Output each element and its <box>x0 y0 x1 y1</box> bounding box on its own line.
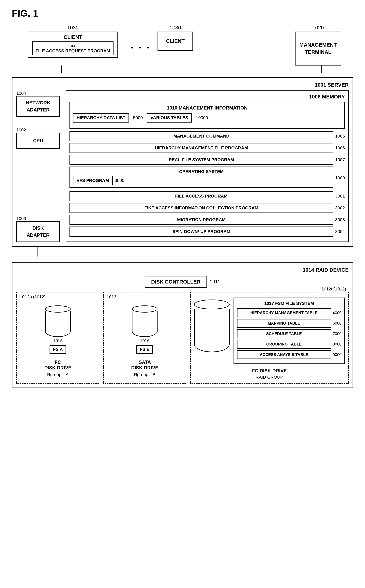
client1-inner-ref: 1031 <box>69 44 77 48</box>
mgmt-terminal-ref: 1020 <box>312 25 324 31</box>
fsm-group-name: RAID GROUP <box>194 375 345 380</box>
group-a-block: 1012b (1012) 1015 FS A FC DISK DRIVE Rgr… <box>16 292 99 384</box>
mgmt-terminal-label: MANAGEMENT TERMINAL <box>300 41 337 56</box>
raid-block: 1014 RAID DEVICE DISK CONTROLLER 1011 10… <box>12 263 353 388</box>
disk-adapter-ref: 1003 <box>16 216 26 221</box>
mgmt-info-label: 1010 MANAGEMENT INFORMATION <box>73 105 342 111</box>
prog-ref-1: 1006 <box>335 145 345 151</box>
memory-block: 1008 MEMORY 1010 MANAGEMENT INFORMATION … <box>66 90 349 242</box>
network-adapter-box: NETWORK ADAPTER <box>16 96 60 117</box>
server-block: 1001 SERVER 1004 NETWORK ADAPTER 1002 CP… <box>12 77 353 247</box>
lower-prog-box-3: SPIN-DOWN/-UP PROGRAM <box>70 227 333 237</box>
group-a-ref: 1012b (1012) <box>20 294 46 299</box>
client1-inner: 1031 FILE ACCESS REQUEST PROGRAM <box>32 42 113 55</box>
fsm-table-row-0: HIERARCHY MANAGEMENT TABLE 4000 <box>237 308 342 317</box>
disk-b-cylinder: 1016 FS B <box>107 305 182 353</box>
line-mgmt-server <box>321 66 322 73</box>
fsm-table-0: HIERARCHY MANAGEMENT TABLE <box>237 308 331 317</box>
fsm-table-row-4: ACCESS ANAYSIS TABLE 9000 <box>237 350 342 359</box>
fsm-ref-0: 4000 <box>333 311 342 315</box>
client1-ref: 1030 <box>67 25 78 31</box>
prog-row-0: MANAGEMENT COMMAND 1005 <box>70 131 345 141</box>
cylinder-body-a <box>45 311 71 337</box>
hierarchy-data-ref: 5000 <box>133 115 143 120</box>
fsm-group-block: 1012a(1012) 1017 FSM FILE SYSTEM <box>190 292 349 384</box>
fsm-table-row-1: MAPPING TABLE 6000 <box>237 319 342 328</box>
group-b-drive-type: SATA DISK DRIVE <box>107 360 182 371</box>
lower-prog-row-1: FIKE ACCESS INFORMATION COLLECTION PROGR… <box>70 203 345 213</box>
hline-top <box>61 73 105 73</box>
disk-controller-box: DISK CONTROLLER <box>145 276 207 288</box>
fsm-table-4: ACCESS ANAYSIS TABLE <box>237 350 331 359</box>
fsm-table-row-2: SCHEDULE TABLE 7000 <box>237 329 342 338</box>
mgmt-info-block: 1010 MANAGEMENT INFORMATION HIERARCHY DA… <box>70 102 345 129</box>
prog-box-0: MANAGEMENT COMMAND <box>70 131 333 141</box>
fsm-table-2: SCHEDULE TABLE <box>237 329 331 338</box>
disk-controller-ref: 1011 <box>210 279 220 284</box>
hierarchy-data-list-box: HIERARCHY DATA LIST <box>73 113 129 123</box>
cylinder-top-a <box>45 305 71 312</box>
fsm-file-system-block: 1017 FSM FILE SYSTEM HIERARCHY MANAGEMEN… <box>233 297 345 364</box>
group-b-ref: 1013 <box>107 294 116 299</box>
various-tables-ref: 10000 <box>196 115 208 120</box>
os-block: OPERATING SYSTEM VFS PROGRAM 3000 <box>70 166 333 188</box>
memory-label: 1008 MEMORY <box>70 94 345 100</box>
lower-prog-ref-2: 3003 <box>335 217 345 222</box>
fs-a-box: FS A <box>49 345 66 353</box>
client1-inner-label: FILE ACCESS REQUEST PROGRAM <box>35 48 110 54</box>
group-b-block: 1013 1016 FS B SATA DISK DRIVE Rgroup－B <box>103 292 186 384</box>
server-label: 1001 SERVER <box>16 82 349 88</box>
fs-b-box: FS B <box>136 345 153 353</box>
fsm-table-3: GROUPING TABLE <box>237 340 331 349</box>
disk-controller-row: DISK CONTROLLER 1011 <box>16 276 349 288</box>
lower-prog-ref-0: 3001 <box>335 194 345 199</box>
group-a-drive-type: FC DISK DRIVE <box>20 360 96 371</box>
prog-box-2: REAL FILE SYSTEM PROGRAM <box>70 155 333 165</box>
lower-prog-box-1: FIKE ACCESS INFORMATION COLLECTION PROGR… <box>70 203 333 213</box>
fsm-cylinder-top <box>194 299 230 309</box>
lower-prog-box-0: FILE ACCESS PROGRAM <box>70 191 333 201</box>
cpu-ref: 1002 <box>16 127 26 133</box>
fsm-outer-ref: 1012a(1012) <box>321 286 346 292</box>
lower-prog-ref-1: 3002 <box>335 205 345 211</box>
client1-box: CLIENT 1031 FILE ACCESS REQUEST PROGRAM <box>28 32 118 58</box>
cylinder-top-b <box>132 305 158 312</box>
various-tables-box: VARIOUS TABLES <box>147 113 192 123</box>
fsm-drive-type: FC DISK DRIVE <box>194 368 345 374</box>
lower-prog-box-2: MIGRATION PROGRAM <box>70 215 333 225</box>
fsm-ref-2: 7000 <box>333 332 342 336</box>
prog-ref-0: 1005 <box>335 134 345 139</box>
fsm-cylinder-body <box>194 309 230 352</box>
line-client1-server <box>61 66 62 73</box>
client2-box: CLIENT <box>158 32 193 51</box>
mgmt-terminal-box: MANAGEMENT TERMINAL <box>295 32 341 66</box>
cylinder-body-b <box>132 311 158 337</box>
fig-label: FIG. 1 <box>12 8 353 19</box>
fsm-ref-4: 9000 <box>333 353 342 357</box>
dots: ・・・ <box>128 37 152 54</box>
prog-row-1: HIERARCHY MANAGEMENT FILE PROGRAM 1006 <box>70 143 345 153</box>
os-label: OPERATING SYSTEM <box>73 169 330 174</box>
client2-label: CLIENT <box>164 38 187 44</box>
vfs-ref: 3000 <box>115 178 124 183</box>
disk-adapter-box: DISK ADAPTER <box>16 221 60 242</box>
disk-b-ref: 1016 <box>140 338 150 343</box>
client2-ref: 1030 <box>169 25 181 31</box>
lower-prog-row-3: SPIN-DOWN/-UP PROGRAM 3004 <box>70 227 345 237</box>
prog-ref-2: 1007 <box>335 157 345 162</box>
fsm-ref-1: 6000 <box>333 321 342 325</box>
cpu-box: CPU <box>16 133 60 149</box>
disk-a-ref: 1015 <box>53 338 63 343</box>
lower-prog-row-2: MIGRATION PROGRAM 3003 <box>70 215 345 225</box>
prog-row-2: REAL FILE SYSTEM PROGRAM 1007 <box>70 155 345 165</box>
fsm-table-1: MAPPING TABLE <box>237 319 331 328</box>
group-a-name: Rgroup－A <box>20 372 96 378</box>
fsm-ref-3: 8000 <box>333 342 342 346</box>
fsm-label: 1017 FSM FILE SYSTEM <box>237 301 342 306</box>
os-ref: 1009 <box>335 175 345 180</box>
line-disk-adapter-raid <box>37 247 38 256</box>
vfs-box: VFS PROGRAM <box>73 176 113 185</box>
lower-prog-ref-3: 3004 <box>335 229 345 234</box>
client1-label: CLIENT <box>32 34 113 40</box>
fsm-table-row-3: GROUPING TABLE 8000 <box>237 340 342 349</box>
